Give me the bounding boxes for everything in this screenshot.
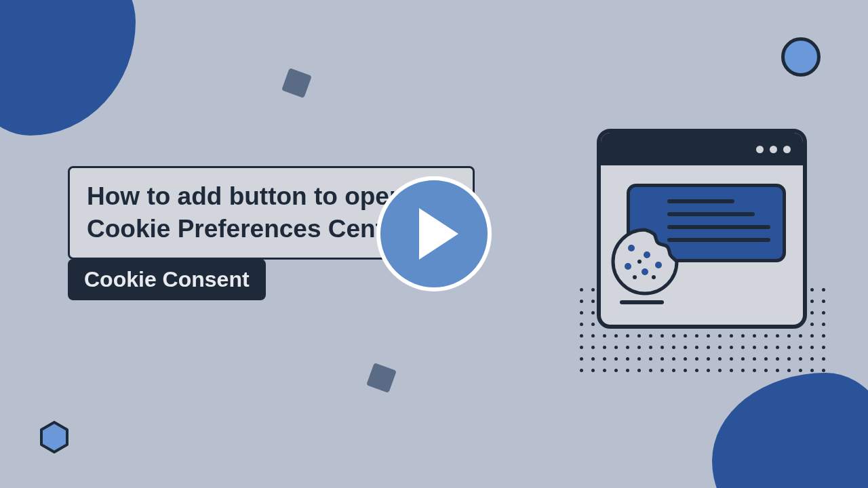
circle-shape-icon	[781, 37, 821, 77]
text-line-icon	[667, 212, 755, 216]
text-line-icon	[620, 300, 664, 304]
play-icon	[419, 208, 458, 260]
window-dot-icon	[783, 146, 791, 153]
text-line-icon	[667, 238, 770, 242]
cookie-icon	[608, 224, 682, 299]
svg-point-3	[625, 263, 631, 270]
browser-window-illustration	[597, 129, 807, 329]
svg-point-6	[637, 260, 642, 264]
svg-point-1	[628, 245, 635, 251]
browser-frame	[597, 129, 807, 329]
hexagon-shape-icon	[37, 420, 71, 454]
svg-point-2	[644, 251, 650, 258]
blob-top-left	[0, 0, 136, 136]
svg-point-4	[642, 268, 648, 275]
square-shape-2	[366, 363, 397, 393]
text-line-icon	[667, 225, 770, 229]
text-line-icon	[667, 199, 734, 203]
blob-bottom-right	[712, 373, 868, 488]
window-dot-icon	[770, 146, 777, 153]
svg-point-5	[655, 262, 662, 268]
svg-point-8	[652, 275, 656, 279]
square-shape-1	[281, 68, 312, 98]
svg-point-7	[633, 275, 637, 279]
browser-header	[601, 133, 803, 165]
subtitle-pill: Cookie Consent	[68, 259, 266, 300]
play-button[interactable]	[376, 176, 492, 291]
svg-marker-0	[41, 422, 67, 452]
window-dot-icon	[756, 146, 764, 153]
